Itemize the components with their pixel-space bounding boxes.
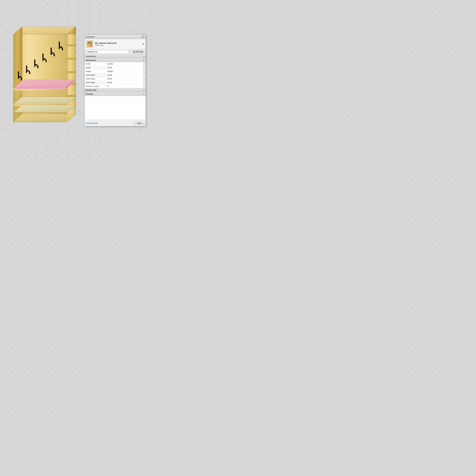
- prop-edit-button[interactable]: …: [143, 77, 146, 81]
- svg-marker-8: [13, 27, 76, 34]
- watermark-text: RD: [77, 136, 80, 139]
- watermark-text: RD: [139, 20, 143, 23]
- watermark-text: RD: [56, 2, 59, 5]
- watermark-text: RD: [108, 145, 111, 148]
- prop-value[interactable]: 25.00: [106, 73, 143, 77]
- watermark-text: RD: [129, 29, 132, 32]
- prop-value[interactable]: 200.00: [106, 70, 143, 73]
- apply-button[interactable]: Apply: [134, 121, 144, 125]
- cabinet-3d-view: [4, 15, 82, 134]
- watermark-text: RD: [15, 154, 18, 157]
- prop-edit-button[interactable]: …: [143, 85, 146, 88]
- prop-value[interactable]: 40.00: [106, 66, 143, 69]
- edit-type-button[interactable]: ⊞ Edit Type: [132, 50, 144, 53]
- svg-marker-12: [67, 58, 76, 60]
- constraints-collapse-icon: »: [143, 55, 144, 58]
- watermark-text: RD: [87, 136, 91, 139]
- watermark-text: RD: [4, 154, 7, 157]
- dimensions-rows: Width 120.00 … Depth 40.00 … Height 200.…: [85, 62, 146, 88]
- watermark-text: RD: [150, 56, 153, 59]
- watermark-text: RD: [35, 136, 38, 139]
- table-row: Width 120.00 …: [85, 62, 146, 66]
- prop-edit-button[interactable]: …: [143, 70, 146, 73]
- watermark-text: RD: [15, 145, 18, 148]
- watermark-text: RD: [46, 11, 49, 14]
- header-dropdown-arrow[interactable]: ▼: [142, 43, 144, 45]
- watermark-text: RD: [119, 145, 122, 148]
- watermark-text: RD: [67, 154, 70, 157]
- watermark-text: RD: [77, 2, 80, 5]
- watermark-text: RD: [108, 11, 111, 14]
- prop-edit-button[interactable]: …: [143, 81, 146, 84]
- watermark-text: RD: [150, 29, 153, 32]
- panel-footer: Properties help Apply: [85, 120, 146, 126]
- properties-help-link[interactable]: Properties help: [86, 122, 98, 124]
- watermark-text: RD: [139, 136, 143, 139]
- prop-value[interactable]: 6: [106, 85, 143, 88]
- dimensions-label: Dimensions: [86, 59, 96, 61]
- watermark-text: RD: [139, 145, 143, 148]
- phasing-section-header[interactable]: Phasing »: [85, 92, 146, 96]
- svg-rect-28: [34, 60, 35, 67]
- table-row: Shelf Width 25.00 …: [85, 73, 146, 77]
- svg-rect-38: [88, 42, 89, 43]
- watermark-text: RD: [129, 2, 132, 5]
- watermark-text: RD: [25, 11, 28, 14]
- prop-edit-button[interactable]: …: [143, 66, 146, 69]
- watermark-text: RD: [15, 136, 18, 139]
- watermark-text: RD: [25, 136, 28, 139]
- prop-edit-button[interactable]: …: [143, 62, 146, 66]
- watermark-text: RD: [15, 11, 18, 14]
- watermark-text: RD: [77, 11, 80, 14]
- watermark-text: RD: [108, 20, 111, 23]
- watermark-text: RD: [98, 29, 101, 32]
- table-row: Number of racks 6 …: [85, 85, 146, 88]
- dimensions-collapse-icon: ^: [143, 59, 144, 61]
- watermark-text: RD: [4, 2, 7, 5]
- watermark-text: RD: [35, 11, 38, 14]
- svg-rect-26: [18, 71, 19, 79]
- prop-label: Seat Height: [85, 81, 106, 84]
- watermark-text: RD: [139, 2, 143, 5]
- watermark-text: RD: [108, 127, 111, 130]
- watermark-text: RD: [87, 11, 91, 14]
- properties-panel: Properties ×: [85, 34, 146, 126]
- close-button[interactable]: ×: [142, 35, 144, 38]
- prop-label: Height: [85, 70, 106, 73]
- watermark-text: RD: [119, 20, 122, 23]
- dimensions-section-header[interactable]: Dimensions ^: [85, 58, 146, 62]
- svg-marker-24: [15, 87, 66, 89]
- watermark-text: RD: [87, 20, 91, 23]
- svg-marker-23: [15, 80, 74, 87]
- table-row: Height 200.00 …: [85, 70, 146, 73]
- watermark-text: RD: [150, 83, 153, 86]
- watermark-text: RD: [150, 136, 153, 139]
- constraints-section-header[interactable]: Constraints »: [85, 54, 146, 58]
- watermark-text: RD: [150, 74, 153, 77]
- svg-rect-40: [87, 45, 90, 46]
- svg-rect-36: [90, 42, 92, 47]
- identity-data-section-header[interactable]: Identity Data »: [85, 88, 146, 92]
- prop-value[interactable]: 120.00: [106, 62, 143, 66]
- type-dropdown[interactable]: Casework (1) ▼: [86, 50, 131, 53]
- watermark-text: RD: [4, 11, 7, 14]
- watermark-text: RD: [150, 11, 153, 14]
- watermark-text: RD: [119, 11, 122, 14]
- item-material: White Oak: [95, 44, 141, 46]
- watermark-text: RD: [77, 154, 80, 157]
- constraints-label: Constraints: [86, 55, 96, 57]
- prop-label: Width: [85, 62, 106, 66]
- watermark-text: RD: [150, 20, 153, 23]
- prop-edit-button[interactable]: …: [143, 73, 146, 77]
- svg-rect-30: [51, 48, 52, 55]
- item-thumbnail: [86, 40, 94, 48]
- prop-value[interactable]: 40.00: [106, 81, 143, 84]
- identity-data-collapse-icon: »: [143, 89, 144, 91]
- svg-rect-29: [42, 53, 44, 61]
- watermark-text: RD: [150, 145, 153, 148]
- table-row: Shelf Depth 20.00 …: [85, 77, 146, 81]
- watermark-text: RD: [87, 127, 91, 130]
- svg-marker-15: [67, 95, 76, 97]
- prop-value[interactable]: 20.00: [106, 77, 143, 81]
- watermark-text: RD: [46, 136, 49, 139]
